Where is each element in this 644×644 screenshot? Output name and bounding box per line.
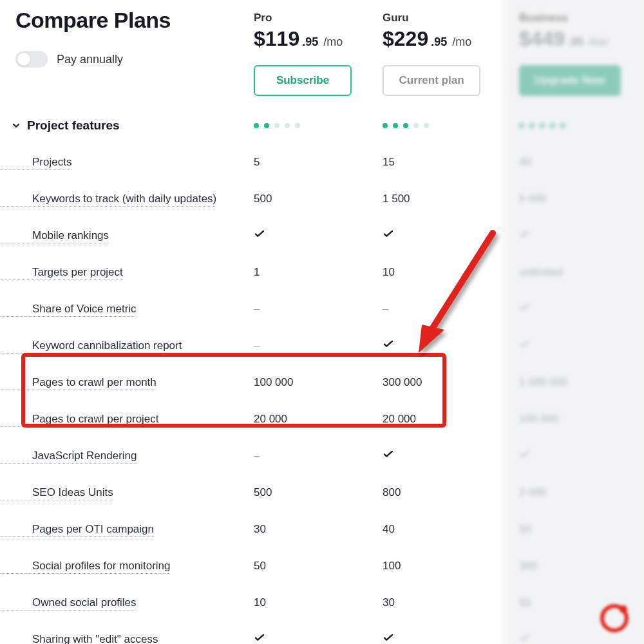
feature-value: 10 bbox=[383, 266, 395, 278]
section-title: Project features bbox=[27, 118, 120, 133]
feature-label: Targets per project bbox=[0, 266, 123, 280]
plan-guru-dots bbox=[383, 123, 511, 128]
feature-value: 100 bbox=[383, 560, 401, 572]
feature-label: Pages to crawl per month bbox=[0, 376, 156, 390]
chevron-down-icon[interactable] bbox=[12, 121, 21, 130]
plan-guru-name: Guru bbox=[383, 12, 511, 24]
feature-label: JavaScript Rendering bbox=[0, 450, 137, 464]
feature-value: 300 000 bbox=[383, 376, 422, 388]
feature-label: Keywords to track (with daily updates) bbox=[0, 193, 216, 207]
rating-dot bbox=[393, 123, 398, 128]
page-title: Compare Plans bbox=[15, 8, 254, 33]
plan-guru-price-main: $229 bbox=[383, 27, 428, 51]
feature-pro-value: 500 bbox=[254, 486, 383, 499]
feature-pro-value: 100 000 bbox=[254, 376, 383, 389]
subscribe-button[interactable]: Subscribe bbox=[254, 65, 352, 96]
feature-guru-value: 40 bbox=[383, 523, 511, 536]
check-icon bbox=[254, 228, 265, 240]
feature-guru-value: 100 bbox=[383, 560, 511, 573]
feature-guru-value bbox=[383, 228, 511, 243]
feature-guru-value: 15 bbox=[383, 156, 511, 169]
feature-value: 30 bbox=[383, 596, 395, 609]
feature-label: Projects bbox=[0, 156, 71, 170]
dash-icon: – bbox=[383, 303, 388, 315]
feature-pro-value: – bbox=[254, 303, 383, 316]
feature-value: 5 bbox=[254, 156, 260, 168]
feature-label: Pages per OTI campaign bbox=[0, 523, 154, 537]
current-plan-button[interactable]: Current plan bbox=[383, 65, 480, 96]
feature-label: Pages to crawl per project bbox=[0, 413, 159, 427]
feature-label: Mobile rankings bbox=[0, 229, 109, 243]
check-icon bbox=[383, 228, 394, 240]
feature-guru-value: 300 000 bbox=[383, 376, 511, 389]
rating-dot bbox=[383, 123, 388, 128]
feature-pro-value: – bbox=[254, 450, 383, 462]
feature-guru-value: 1 500 bbox=[383, 193, 511, 205]
rating-dot bbox=[424, 123, 429, 128]
feature-guru-value bbox=[383, 448, 511, 463]
feature-guru-value: 800 bbox=[383, 486, 511, 499]
check-icon bbox=[383, 448, 394, 460]
feature-value: 500 bbox=[254, 193, 272, 205]
plan-pro-name: Pro bbox=[254, 12, 383, 24]
plan-pro-dots bbox=[254, 123, 383, 128]
feature-pro-value: 500 bbox=[254, 193, 383, 205]
feature-pro-value: – bbox=[254, 339, 383, 352]
rating-dot bbox=[274, 123, 279, 128]
annual-toggle[interactable] bbox=[15, 51, 48, 68]
feature-pro-value: 20 000 bbox=[254, 413, 383, 426]
check-icon bbox=[254, 632, 265, 643]
plan-pro-price-main: $119 bbox=[254, 27, 299, 51]
feature-pro-value: 10 bbox=[254, 596, 383, 609]
dash-icon: – bbox=[254, 339, 260, 352]
chat-widget-icon[interactable] bbox=[600, 604, 635, 639]
feature-label: Social profiles for monitoring bbox=[0, 560, 170, 574]
feature-value: 800 bbox=[383, 486, 401, 498]
feature-guru-value: 10 bbox=[383, 266, 511, 279]
feature-value: 1 bbox=[254, 266, 260, 278]
rating-dot bbox=[264, 123, 269, 128]
feature-value: 1 500 bbox=[383, 193, 410, 205]
feature-guru-value: – bbox=[383, 303, 511, 316]
feature-value: 10 bbox=[254, 596, 266, 609]
feature-guru-value bbox=[383, 632, 511, 644]
rating-dot bbox=[413, 123, 419, 128]
plan-pro-price-dec: .95 bbox=[302, 35, 318, 49]
rating-dot bbox=[254, 123, 259, 128]
feature-value: 100 000 bbox=[254, 376, 293, 388]
feature-pro-value: 30 bbox=[254, 523, 383, 536]
plan-guru-price-dec: .95 bbox=[431, 35, 447, 49]
feature-guru-value bbox=[383, 338, 511, 353]
feature-label: SEO Ideas Units bbox=[0, 486, 113, 500]
feature-value: 20 000 bbox=[254, 413, 287, 425]
feature-value: 30 bbox=[254, 523, 266, 535]
feature-guru-value: 30 bbox=[383, 596, 511, 609]
rating-dot bbox=[403, 123, 408, 128]
locked-plan-overlay bbox=[498, 0, 644, 644]
feature-pro-value: 5 bbox=[254, 156, 383, 169]
feature-label: Share of Voice metric bbox=[0, 303, 137, 317]
rating-dot bbox=[295, 123, 300, 128]
dash-icon: – bbox=[254, 303, 260, 315]
check-icon bbox=[383, 632, 394, 643]
plan-pro-header: Pro $119.95 /mo Subscribe bbox=[254, 8, 383, 96]
feature-value: 15 bbox=[383, 156, 395, 168]
plan-guru-price-per: /mo bbox=[452, 35, 471, 49]
feature-pro-value bbox=[254, 632, 383, 644]
dash-icon: – bbox=[254, 450, 260, 462]
feature-label: Sharing with "edit" access bbox=[0, 633, 158, 645]
feature-pro-value: 50 bbox=[254, 560, 383, 573]
plan-guru-header: Guru $229.95 /mo Current plan bbox=[383, 8, 511, 96]
feature-guru-value: 20 000 bbox=[383, 413, 511, 426]
feature-label: Owned social profiles bbox=[0, 596, 137, 611]
feature-value: 40 bbox=[383, 523, 395, 535]
check-icon bbox=[383, 338, 394, 350]
feature-value: 50 bbox=[254, 560, 266, 572]
annual-toggle-label: Pay annually bbox=[57, 53, 123, 66]
feature-pro-value bbox=[254, 228, 383, 243]
feature-pro-value: 1 bbox=[254, 266, 383, 279]
feature-value: 500 bbox=[254, 486, 272, 498]
feature-label: Keyword cannibalization report bbox=[0, 339, 182, 354]
feature-value: 20 000 bbox=[383, 413, 416, 425]
plan-pro-price-per: /mo bbox=[323, 35, 343, 49]
